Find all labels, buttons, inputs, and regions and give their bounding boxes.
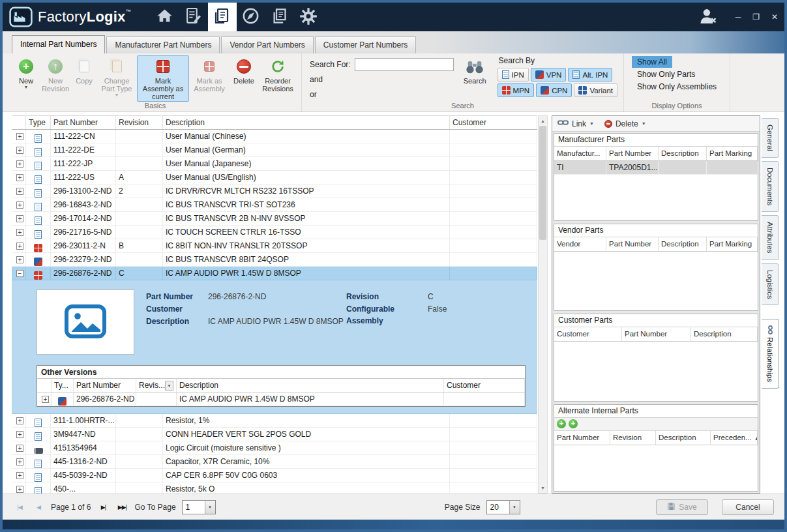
expand-icon[interactable]: −	[16, 270, 23, 277]
column-header[interactable]: Part Number	[622, 327, 691, 341]
maximize-button[interactable]: ❐	[752, 12, 760, 22]
expand-icon[interactable]: +	[16, 133, 23, 140]
column-header[interactable]: Part Number	[606, 237, 659, 251]
minimize-button[interactable]: ─	[735, 12, 741, 22]
table-row[interactable]: +296-13100-2-ND2IC DRVR/RCVR MLTCH RS232…	[12, 185, 537, 198]
expand-icon[interactable]: +	[16, 215, 23, 222]
row-expander[interactable]: +	[12, 157, 26, 171]
search-button[interactable]: Search	[460, 55, 490, 86]
scrollbar-thumb[interactable]	[539, 126, 546, 240]
table-row[interactable]: +111-222-JPUser Manual (Japanese)	[12, 157, 537, 171]
column-header[interactable]: Vendor	[554, 237, 606, 251]
column-header[interactable]: Revision	[610, 431, 656, 445]
table-row[interactable]: +445-1316-2-NDCapacitor, X7R Ceramic, 10…	[12, 455, 537, 469]
table-row[interactable]: +3M9447-NDCONN HEADER VERT SGL 2POS GOLD	[12, 428, 537, 441]
row-expander[interactable]: +	[12, 226, 26, 239]
row-expander[interactable]: −	[12, 267, 26, 280]
column-header[interactable]: Preceden...▲	[711, 431, 758, 445]
tab-manufacturer-part-numbers[interactable]: Manufacturer Part Numbers	[106, 37, 220, 53]
expand-icon[interactable]: +	[16, 201, 23, 209]
tab-internal-part-numbers[interactable]: Internal Part Numbers	[12, 35, 105, 53]
row-expander[interactable]: +	[12, 428, 26, 441]
table-row[interactable]: +296-23011-2-NBIC 8BIT NON-INV TRANSLTR …	[12, 239, 537, 253]
expand-icon[interactable]: +	[16, 160, 23, 168]
table-row[interactable]: −296-26876-2-NDCIC AMP AUDIO PWR 1.45W D…	[12, 267, 537, 280]
row-expander[interactable]: +	[12, 414, 26, 428]
settings-nav-button[interactable]	[294, 3, 323, 31]
table-row[interactable]: +311-1.00HRTR-...Resistor, 1%	[12, 414, 537, 428]
tab-logistics[interactable]: Logistics	[762, 263, 779, 306]
column-header-description[interactable]: Description	[177, 379, 444, 392]
copy-button[interactable]: Copy	[72, 55, 97, 86]
row-expander[interactable]: +	[12, 198, 26, 212]
column-header[interactable]: Part Marking	[707, 147, 758, 160]
filter-vpn-button[interactable]: VPN	[531, 68, 567, 81]
filter-cpn-button[interactable]: CPN	[536, 83, 572, 97]
column-header[interactable]: Description	[659, 147, 707, 160]
documents-nav-button[interactable]	[265, 3, 294, 31]
last-page-button[interactable]: ▶▶|	[115, 501, 128, 514]
mark-as-assembly-button[interactable]: Mark as Assembly	[189, 55, 230, 94]
show-only-parts-option[interactable]: Show Only Parts	[632, 68, 700, 80]
table-row[interactable]: +111-222-DEUser Manual (German)	[12, 143, 537, 157]
expand-icon[interactable]: +	[16, 147, 23, 154]
row-expander[interactable]: +	[12, 130, 26, 143]
part-library-nav-button[interactable]	[208, 3, 237, 31]
delete-button[interactable]: Delete	[230, 55, 258, 86]
new-button[interactable]: + New ▼	[13, 55, 39, 91]
expand-icon[interactable]: +	[16, 229, 23, 236]
mark-assembly-as-current-button[interactable]: Mark Assembly as current	[137, 55, 189, 102]
part-image-placeholder[interactable]	[37, 289, 134, 355]
tab-general[interactable]: General	[762, 118, 779, 158]
column-header-revision[interactable]: Revis...▼	[136, 379, 177, 392]
close-button[interactable]: ✕	[771, 12, 778, 22]
link-button[interactable]: Link ▼	[557, 119, 594, 128]
expand-icon[interactable]: +	[16, 174, 23, 181]
column-header-part-number[interactable]: Part Number	[74, 379, 136, 392]
tab-attributes[interactable]: Attributes	[762, 215, 779, 260]
table-row[interactable]: +445-5039-2-NDCAP CER 6.8PF 50V C0G 0603	[12, 469, 537, 482]
table-row[interactable]: +111-222-USAUser Manual (US/English)	[12, 171, 537, 185]
column-header-type[interactable]: Type	[26, 116, 51, 129]
navigator-nav-button[interactable]	[237, 3, 265, 31]
other-version-row[interactable]: +296-26876-2-NDIC AMP AUDIO PWR 1.45W D …	[37, 392, 525, 406]
expand-icon[interactable]: +	[16, 188, 23, 195]
table-row[interactable]: +296-16843-2-NDIC BUS TRANSCVR TRI-ST SO…	[12, 198, 537, 212]
column-header-revision[interactable]: Revision	[116, 116, 163, 129]
row-expander[interactable]: +	[12, 185, 26, 198]
show-all-option[interactable]: Show All	[632, 56, 672, 68]
change-part-type-button[interactable]: Change Part Type ▼	[97, 55, 137, 99]
filter-mpn-button[interactable]: MPN	[497, 83, 535, 97]
vertical-scrollbar[interactable]: ▲ ▼	[538, 115, 548, 494]
home-nav-button[interactable]	[151, 3, 179, 31]
row-expander[interactable]: +	[12, 143, 26, 157]
tab-vendor-part-numbers[interactable]: Vendor Part Numbers	[221, 37, 313, 53]
table-row[interactable]: +296-23279-2-NDIC BUS TRANSCVR 8BIT 24QS…	[12, 253, 537, 267]
row-expander[interactable]: +	[12, 469, 26, 482]
column-header-description[interactable]: Description	[163, 116, 450, 129]
expand-icon[interactable]: +	[16, 243, 23, 250]
column-header[interactable]: Customer	[554, 327, 622, 341]
revision-filter-dropdown-icon[interactable]: ▼	[165, 381, 173, 391]
expand-icon[interactable]: +	[16, 256, 23, 263]
column-header[interactable]: Description	[659, 237, 707, 251]
scroll-up-icon[interactable]: ▲	[539, 116, 547, 126]
row-expander[interactable]: +	[37, 392, 52, 406]
table-row[interactable]: +296-21716-5-NDIC TOUCH SCREEN CTRLR 16-…	[12, 226, 537, 239]
delete-link-button[interactable]: Delete ▼	[604, 119, 646, 128]
table-row[interactable]: +296-17014-2-NDIC BUS TRANSCVR 2B N-INV …	[12, 212, 537, 226]
row-expander[interactable]: +	[12, 482, 26, 494]
expand-icon[interactable]: +	[16, 458, 23, 466]
reorder-revisions-button[interactable]: Reorder Revisions	[258, 55, 297, 94]
tab-documents[interactable]: Documents	[762, 161, 779, 212]
row-expander[interactable]: +	[12, 171, 26, 185]
scroll-down-icon[interactable]: ▼	[539, 483, 547, 493]
column-header-part-number[interactable]: Part Number	[51, 116, 116, 129]
table-row[interactable]: +4151354964Logic Circuit (moisture sensi…	[12, 441, 537, 455]
column-header[interactable]: Description	[691, 327, 758, 341]
next-page-button[interactable]: ▶|	[97, 501, 110, 514]
expand-icon[interactable]: +	[16, 445, 23, 452]
table-row[interactable]: +450-...Resistor, 5k O	[12, 482, 537, 494]
filter-ipn-button[interactable]: IPN	[497, 68, 529, 81]
row-expander[interactable]: +	[12, 239, 26, 253]
